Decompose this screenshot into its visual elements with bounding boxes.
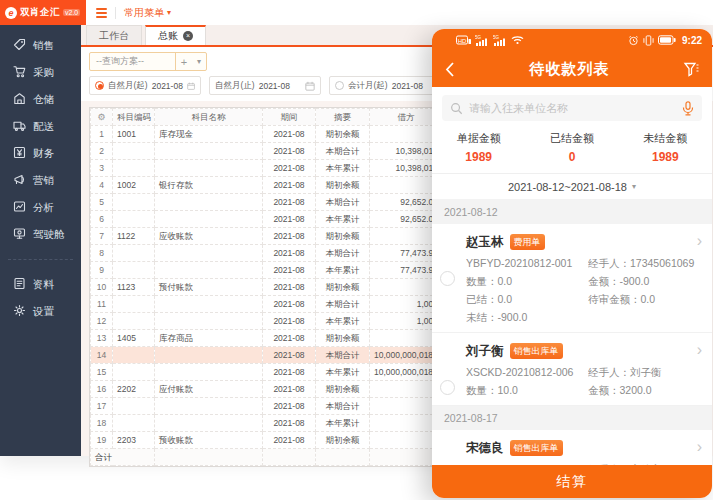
natural-month-start-filter[interactable]: 自然月(起) 2021-08	[89, 76, 201, 95]
receivable-card[interactable]: 刘子衡销售出库单›XSCKD-20210812-006经手人：刘子衡数量：10.…	[432, 333, 712, 406]
sidebar-item-dashboard[interactable]: 驾驶舱	[0, 221, 81, 248]
table-row[interactable]: 101123预付账款2021-08期初余额0	[91, 279, 443, 296]
table-cell: 1405	[113, 330, 155, 347]
card-detail-row: XSCKD-20210812-006经手人：刘子衡	[466, 366, 700, 378]
sidebar-item-truck[interactable]: 配送	[0, 113, 81, 140]
sidebar-item-analytics[interactable]: 分析	[0, 194, 81, 221]
natural-month-end-filter[interactable]: 自然月(止) 2021-08	[209, 76, 321, 95]
table-cell	[113, 211, 155, 228]
chevron-down-icon[interactable]: ▾	[192, 57, 206, 66]
receivable-card[interactable]: 赵玉林费用单›YBFYD-20210812-001经手人：17345061069…	[432, 224, 712, 333]
tab-工作台[interactable]: 工作台	[86, 25, 142, 45]
table-cell: 2021-08	[263, 381, 316, 398]
table-cell: 2021-08	[263, 398, 316, 415]
dashboard-icon	[13, 227, 26, 242]
select-checkbox[interactable]	[440, 271, 455, 286]
sidebar-item-warehouse[interactable]: 仓储	[0, 86, 81, 113]
sidebar-item-cart[interactable]: 采购	[0, 59, 81, 86]
add-query-plan-button[interactable]: +	[176, 56, 192, 68]
filter-label: 自然月(止)	[215, 80, 255, 92]
table-row[interactable]: 122021-08本年累计1,000	[91, 313, 443, 330]
table-cell: 应付账款	[155, 381, 263, 398]
back-icon[interactable]	[444, 61, 456, 78]
table-row[interactable]: 41002银行存款2021-08期初余额0	[91, 177, 443, 194]
sidebar-item-label: 营销	[33, 174, 54, 188]
table-row[interactable]: 152021-08本年累计10,000,000,018,8⋯	[91, 364, 443, 381]
sidebar-item-label: 分析	[33, 201, 54, 215]
menu-toggle-icon[interactable]	[96, 8, 107, 18]
table-row[interactable]: 142021-08本期合计10,000,000,018,8⋯	[91, 347, 443, 364]
settle-button[interactable]: 结算	[432, 465, 712, 498]
table-row[interactable]: 162202应付账款2021-08期初余额0	[91, 381, 443, 398]
table-row[interactable]: 192203预收账款2021-08期初余额0	[91, 432, 443, 449]
clock-time: 9:22	[682, 35, 702, 46]
table-cell: 2021-08	[263, 194, 316, 211]
sidebar-item-label: 财务	[33, 147, 54, 161]
table-row[interactable]: 71122应收账款2021-08期初余额0	[91, 228, 443, 245]
date-value: 2021-08	[152, 81, 183, 91]
sidebar-item-finance[interactable]: 财务	[0, 140, 81, 167]
table-cell: 2021-08	[263, 126, 316, 143]
table-row[interactable]: 131405库存商品2021-08期初余额0	[91, 330, 443, 347]
table-cell: 2202	[113, 381, 155, 398]
tab-总账[interactable]: 总账×	[145, 25, 206, 45]
table-row[interactable]: 172021-08本期合计0	[91, 398, 443, 415]
detail-left: 未结：-900.0	[466, 311, 588, 323]
doc-type-badge: 销售出库单	[510, 440, 563, 456]
radio-selected-icon[interactable]	[95, 81, 104, 90]
date-range-selector[interactable]: 2021-08-12~2021-08-18 ▾	[432, 174, 712, 200]
stat-未结金额: 未结金额1989	[619, 131, 712, 164]
table-row[interactable]: 182021-08本年累计0	[91, 415, 443, 432]
table-cell: 1123	[113, 279, 155, 296]
sidebar-item-tag[interactable]: 销售	[0, 32, 81, 59]
total-label: 合计	[91, 449, 155, 466]
table-cell	[113, 415, 155, 432]
table-cell	[155, 296, 263, 313]
table-row[interactable]: 112021-08本期合计1,000	[91, 296, 443, 313]
query-plan-select[interactable]: --查询方案-- + ▾	[89, 52, 207, 71]
select-checkbox[interactable]	[440, 380, 455, 395]
table-row[interactable]: 92021-08本年累计77,473.95	[91, 262, 443, 279]
table-row[interactable]: 22021-08本期合计10,398,017	[91, 143, 443, 160]
sidebar-item-docs[interactable]: 资料	[0, 271, 81, 298]
sidebar-item-label: 配送	[33, 120, 54, 134]
phone-status-bar: HD 5G 5G 9:22	[432, 29, 712, 51]
table-cell: 2021-08	[263, 296, 316, 313]
table-cell: 期初余额	[316, 330, 370, 347]
radio-unselected-icon[interactable]	[335, 81, 344, 90]
filter-funnel-icon[interactable]	[683, 61, 700, 78]
table-cell: 期初余额	[316, 432, 370, 449]
divider	[115, 7, 116, 19]
sidebar-item-marketing[interactable]: 营销	[0, 167, 81, 194]
column-settings-gear-icon[interactable]: ⚙	[91, 109, 113, 126]
detail-left: 数量：0.0	[466, 275, 588, 287]
table-cell: 期初余额	[316, 279, 370, 296]
table-row[interactable]: 11001库存现金2021-08期初余额0	[91, 126, 443, 143]
table-cell: 2021-08	[263, 143, 316, 160]
sidebar-item-settings[interactable]: 设置	[0, 298, 81, 325]
calendar-icon[interactable]	[187, 81, 195, 91]
customer-name: 刘子衡	[466, 343, 504, 360]
table-cell: 2021-08	[263, 347, 316, 364]
table-cell: 本期合计	[316, 347, 370, 364]
table-cell: 16	[91, 381, 113, 398]
calendar-icon[interactable]	[305, 81, 315, 91]
table-row[interactable]: 62021-08本年累计92,652.05	[91, 211, 443, 228]
table-cell	[155, 143, 263, 160]
table-cell: 12	[91, 313, 113, 330]
table-row[interactable]: 32021-08本年累计10,398,017	[91, 160, 443, 177]
battery-icon	[658, 35, 676, 45]
search-input[interactable]: 请输入往来单位名称	[442, 95, 702, 121]
detail-left: 数量：10.0	[466, 384, 588, 396]
table-row[interactable]: 82021-08本期合计77,473.95	[91, 245, 443, 262]
table-cell: 本期合计	[316, 245, 370, 262]
table-row[interactable]: 52021-08本期合计92,652.05	[91, 194, 443, 211]
table-cell: 2021-08	[263, 211, 316, 228]
common-menu-button[interactable]: 常用菜单 ▾	[124, 6, 171, 20]
warehouse-icon	[13, 92, 26, 107]
close-tab-icon[interactable]: ×	[183, 31, 193, 41]
table-cell: 2021-08	[263, 279, 316, 296]
analytics-icon	[13, 200, 26, 215]
customer-name: 宋德良	[466, 440, 504, 457]
voice-input-icon[interactable]	[682, 101, 694, 116]
